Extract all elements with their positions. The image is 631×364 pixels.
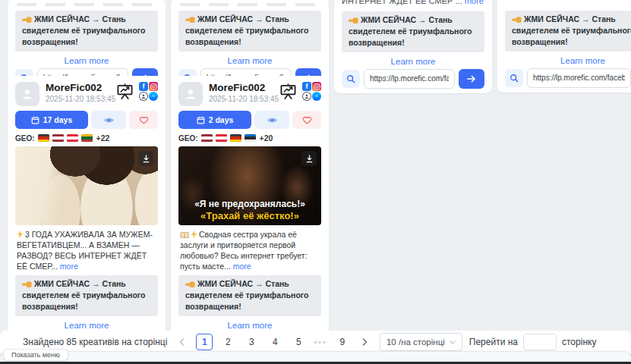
days-active-button[interactable]: 2 days [178,111,251,129]
learn-more-link[interactable]: Learn more [15,320,158,331]
image-caption-line1: «Я не предохранялась!» [178,199,321,210]
cta-text: ЖМИ СЕЙЧАС → Стань свидетелем её триумфа… [512,14,631,46]
geo-label: GEO: [15,134,35,143]
goto-prefix-label: Перейти на [469,337,518,347]
audience-network-icon [139,92,148,101]
ad-text: Сводная сестра украла её заслуги и притв… [180,229,320,271]
advertiser-meta: MoreFic002 2025-11-20 18:53:45 [46,82,116,104]
presentation-chart-icon[interactable] [116,83,134,99]
favorite-button[interactable] [129,111,158,129]
more-link[interactable]: more [233,262,251,271]
ad-card-partial-3: ИНТЕРНЕТ ЖДЁТ ЕЁ СМЕР ... more ЖМИ СЕЙЧА… [334,0,492,93]
landing-url-input[interactable] [527,68,631,88]
card-actions: 17 days [15,111,158,129]
geo-row: GEO: +22 [15,133,158,143]
ad-text-content: 3 ГОДА УХАЖИВАЛА ЗА МУЖЕМ-ВЕГЕТАТИВЦЕМ..… [17,230,153,271]
download-image-button[interactable] [138,151,153,166]
creative-datetime: 2025-11-20 18:53:45 [209,94,279,104]
page-size-select[interactable]: 10 /на сторінці [380,333,462,351]
show-menu-button[interactable]: Показать меню [3,349,68,361]
cta-banner: ЖМИ СЕЙЧАС → Стань свидетелем её триумфа… [178,275,321,316]
learn-more-link[interactable]: Learn more [178,320,321,331]
advertiser-avatar [178,82,203,106]
lightning-icon [17,230,24,239]
creative-image[interactable]: «Я не предохранялась!» «Трахай её жёстко… [178,146,321,225]
page-button-last[interactable]: 9 [334,334,351,350]
cta-banner: ЖМИ СЕЙЧАС → Стань свидетелем её триумфа… [342,11,484,52]
page-button-4[interactable]: 4 [267,334,283,350]
url-row [342,69,484,89]
pointing-hand-icon [22,281,32,288]
image-caption-line2: «Трахай её жёстко!» [178,210,321,222]
lightning-icon [191,230,197,239]
learn-more-link[interactable]: Learn more [342,56,484,67]
pointing-hand-icon [512,16,522,24]
chevron-down-icon [450,340,456,344]
clipped-area [505,0,631,11]
page-button-2[interactable]: 2 [219,334,236,350]
page-button-3[interactable]: 3 [243,334,260,350]
geo-flag [216,134,227,142]
learn-more-link[interactable]: Learn more [15,55,158,66]
search-button[interactable] [505,69,523,87]
geo-flag [81,134,93,142]
pagination-ellipsis[interactable]: ••• [314,337,327,347]
search-button[interactable] [342,70,360,88]
url-row [505,68,631,88]
cta-text: ЖМИ СЕЙЧАС → Стань свидетелем её триумфа… [349,15,472,47]
header-icons: f [279,82,321,101]
cta-banner: ЖМИ СЕЙЧАС → Стань свидетелем её триумфа… [505,11,631,52]
more-link[interactable]: more [60,262,78,271]
image-caption: «Я не предохранялась!» «Трахай её жёстко… [178,199,321,222]
pointing-hand-icon [185,16,195,24]
ad-text-clipped: ИНТЕРНЕТ ЖДЁТ ЕЁ СМЕР ... more [342,0,484,7]
advertiser-name: MoreFic002 [46,82,116,94]
ad-card-2: MoreFic002 2025-11-20 18:53:45 f 2 days … [171,76,329,359]
geo-flag [245,134,256,142]
messenger-icon [312,92,321,101]
advertiser-name: MoreFic002 [209,82,279,94]
geo-more-count[interactable]: +20 [260,133,273,143]
learn-more-link[interactable]: Learn more [505,55,631,66]
geo-row: GEO: +20 [178,133,321,143]
days-active-button[interactable]: 17 days [15,111,88,129]
cta-text: ЖМИ СЕЙЧАС → Стань свидетелем её триумфа… [22,14,146,46]
ad-text: 3 ГОДА УХАЖИВАЛА ЗА МУЖЕМ-ВЕГЕТАТИВЦЕМ..… [17,229,156,271]
ad-card-partial-4: ЖМИ СЕЙЧАС → Стань свидетелем её триумфа… [497,0,631,93]
geo-flag [230,134,241,142]
more-link[interactable]: more [465,0,484,5]
goto-page-input[interactable] [523,334,557,350]
results-count-text: Знайдено 85 креативів на сторінці [23,337,167,347]
views-button[interactable] [91,111,126,129]
collapsed-bottom-sheet[interactable] [0,352,631,362]
geo-flag [67,134,78,142]
cta-text: ЖМИ СЕЙЧАС → Стань свидетелем её триумфа… [22,279,146,311]
download-image-button[interactable] [301,151,317,166]
placements-icons: f [302,82,321,101]
learn-more-link[interactable]: Learn more [178,55,321,66]
goto-page-control: Перейти на сторінку [469,334,597,350]
next-page-button[interactable] [358,334,373,350]
clipped-text-remnant [17,3,156,6]
days-active-label: 17 days [43,115,73,124]
creative-datetime: 2025-11-20 18:53:45 [46,94,116,104]
page-button-1[interactable]: 1 [196,334,213,350]
open-url-button[interactable] [459,69,484,89]
presentation-chart-icon[interactable] [279,83,297,99]
cta-text: ЖМИ СЕЙЧАС → Стань свидетелем её триумфа… [185,279,309,311]
landing-url-input[interactable] [364,69,455,89]
card-header: MoreFic002 2025-11-20 18:53:45 f [15,82,158,106]
views-button[interactable] [254,111,289,129]
pointing-hand-icon [349,17,358,24]
creative-image[interactable] [15,146,158,225]
book-icon [180,231,189,239]
page-size-value: 10 /на сторінці [386,337,445,347]
geo-flag [201,134,213,142]
geo-more-count[interactable]: +22 [96,133,110,143]
page-button-5[interactable]: 5 [290,334,307,350]
instagram-icon [312,82,321,91]
goto-suffix-label: сторінку [562,337,596,347]
favorite-button[interactable] [292,111,321,129]
prev-page-button[interactable] [174,334,189,350]
pagination-bar: Знайдено 85 креативів на сторінці 1 2 3 … [0,331,631,353]
